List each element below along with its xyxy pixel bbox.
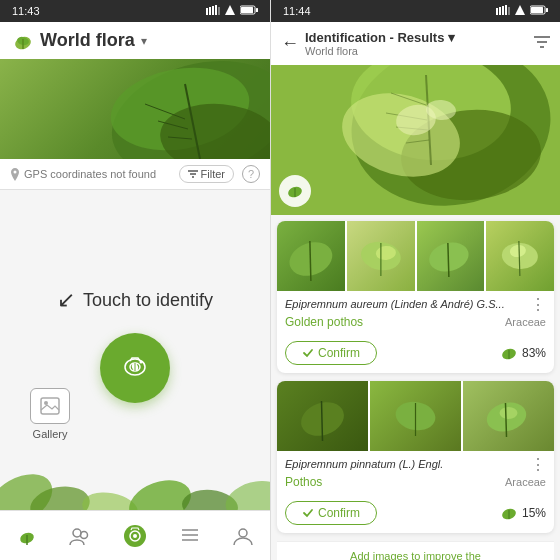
result-card-2: Epipremnum pinnatum (L.) Engl. ⋮ Pothos … [277, 381, 554, 533]
confirm-label-1: Confirm [318, 346, 360, 360]
results-scroll[interactable]: Epipremnum aureum (Linden & André) G.S..… [271, 215, 560, 560]
nav-community[interactable] [69, 525, 91, 547]
nav-camera[interactable] [123, 524, 147, 548]
camera-icon [120, 353, 150, 383]
result-scientific-2: Epipremnum pinnatum (L.) Engl. [285, 457, 530, 471]
result-common-2: Pothos [285, 475, 322, 489]
status-icons-left [206, 5, 258, 17]
result-images-1 [277, 221, 554, 291]
bottom-nav-left [0, 510, 270, 560]
gps-status: GPS coordinates not found [10, 168, 156, 181]
svg-point-28 [44, 401, 48, 405]
add-images-bar[interactable]: Add images to improve the [277, 541, 554, 560]
filter-icon [188, 170, 198, 178]
identify-label: Touch to identify [83, 290, 213, 311]
filter-icon-right[interactable] [534, 35, 550, 53]
header-title-block: Identification - Results ▾ World flora [305, 30, 528, 57]
header-title: Identification - Results ▾ [305, 30, 528, 45]
svg-point-34 [221, 475, 270, 510]
svg-rect-7 [256, 8, 258, 12]
result-more-2[interactable]: ⋮ [530, 457, 546, 473]
svg-point-45 [239, 529, 247, 537]
profile-nav-icon [232, 525, 254, 547]
svg-line-90 [506, 403, 507, 437]
plant-photo [271, 65, 560, 215]
camera-nav-icon [123, 524, 147, 548]
bottom-leaves [0, 430, 270, 510]
status-bar-right: 11:44 [271, 0, 560, 22]
confidence-badge-2: 15% [500, 505, 546, 521]
result-info-2: Epipremnum pinnatum (L.) Engl. ⋮ Pothos … [277, 451, 554, 495]
arrow-curve-icon: ↙ [57, 287, 75, 313]
time-right: 11:44 [283, 5, 311, 17]
leaf-confidence-icon-1 [500, 345, 518, 361]
result-card-1: Epipremnum aureum (Linden & André) G.S..… [277, 221, 554, 373]
app-logo-left [12, 31, 34, 51]
svg-rect-2 [212, 6, 214, 15]
leaf-indicator-icon [286, 183, 304, 199]
confirm-row-1: Confirm 83% [277, 335, 554, 373]
confirm-label-2: Confirm [318, 506, 360, 520]
results-filter-icon [534, 35, 550, 49]
hero-image [0, 59, 270, 159]
svg-point-89 [500, 407, 518, 419]
title-chevron-right[interactable]: ▾ [448, 30, 455, 45]
svg-rect-49 [505, 5, 507, 15]
plant-leaf-indicator [279, 175, 311, 207]
svg-point-24 [140, 361, 143, 364]
filter-button[interactable]: Filter [179, 165, 234, 183]
result-img-2b [370, 381, 461, 451]
result-img-2a [277, 381, 368, 451]
nav-list[interactable] [179, 525, 201, 547]
right-panel: 11:44 ← Identification - Results ▾ World… [270, 0, 560, 560]
leaf-confidence-icon-2 [500, 505, 518, 521]
svg-rect-46 [496, 8, 498, 15]
result-common-1: Golden pothos [285, 315, 363, 329]
svg-line-78 [447, 243, 448, 277]
confidence-value-2: 15% [522, 506, 546, 520]
header-subtitle: World flora [305, 45, 528, 57]
checkmark-icon-2 [302, 507, 314, 519]
result-img-2c [463, 381, 554, 451]
help-button[interactable]: ? [242, 165, 260, 183]
nav-plant[interactable] [16, 525, 38, 547]
list-nav-icon [179, 525, 201, 547]
result-scientific-1: Epipremnum aureum (Linden & André) G.S..… [285, 297, 530, 311]
gallery-icon [40, 397, 60, 415]
title-chevron-left[interactable]: ▾ [141, 34, 147, 48]
filter-bar: GPS coordinates not found Filter ? [0, 159, 270, 190]
svg-rect-54 [531, 7, 543, 13]
confirm-button-2[interactable]: Confirm [285, 501, 377, 525]
help-label: ? [248, 168, 254, 180]
result-img-1d [486, 221, 554, 291]
confirm-button-1[interactable]: Confirm [285, 341, 377, 365]
svg-marker-51 [515, 5, 525, 15]
gallery-icon-box [30, 388, 70, 424]
result-more-1[interactable]: ⋮ [530, 297, 546, 313]
svg-rect-48 [502, 6, 504, 15]
plant-photo-svg [271, 65, 560, 215]
camera-button[interactable] [100, 333, 170, 403]
back-button[interactable]: ← [281, 33, 299, 54]
result-family-1: Araceae [505, 316, 546, 328]
result-family-2: Araceae [505, 476, 546, 488]
svg-marker-5 [225, 5, 235, 15]
header-right: ← Identification - Results ▾ World flora [271, 22, 560, 65]
add-images-text: Add images to improve the [350, 550, 481, 560]
svg-rect-50 [508, 7, 510, 15]
nav-profile[interactable] [232, 525, 254, 547]
svg-rect-27 [41, 398, 59, 414]
confirm-row-2: Confirm 15% [277, 495, 554, 533]
hero-leaf-svg [0, 59, 270, 159]
plant-nav-icon [16, 525, 38, 547]
confidence-value-1: 83% [522, 346, 546, 360]
touch-to-identify-text: ↙ Touch to identify [57, 287, 213, 313]
svg-rect-0 [206, 8, 208, 15]
identify-area: ↙ Touch to identify [0, 190, 270, 560]
svg-point-37 [73, 529, 81, 537]
svg-line-73 [310, 241, 311, 281]
result-common-row-1: Golden pothos Araceae [285, 315, 546, 329]
result-name-row-2: Epipremnum pinnatum (L.) Engl. ⋮ [285, 457, 546, 473]
result-img-1c [417, 221, 485, 291]
gps-text: GPS coordinates not found [24, 168, 156, 180]
